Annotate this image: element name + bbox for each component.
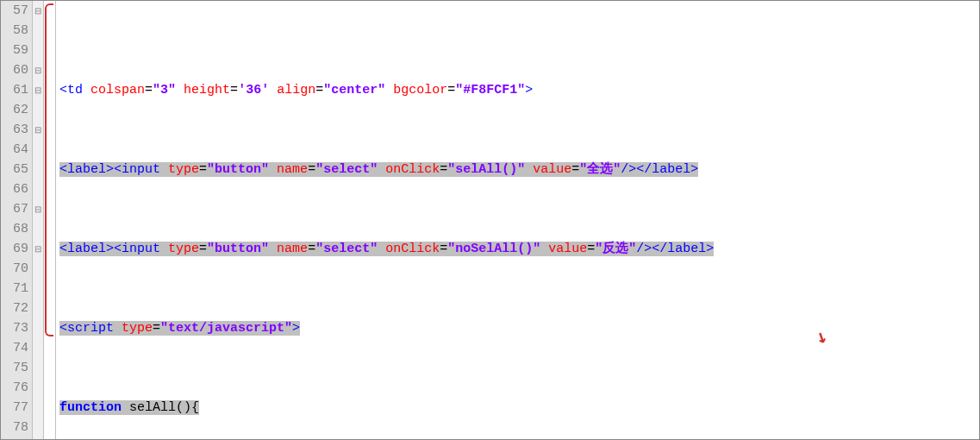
line-number: 60 [1,60,28,80]
tag-token: <input [114,162,160,177]
tag-token: <td [59,83,83,97]
code-line[interactable]: function selAll(){ [59,398,979,418]
line-number: 76 [1,378,28,398]
fold-guide [33,318,43,338]
attr-token: name [277,242,308,256]
code-line[interactable]: <script type="text/javascript"> [59,318,979,338]
string-token: "select" [315,242,378,256]
attr-token: value [533,162,571,177]
fold-guide [33,259,43,279]
tag-token: </label> [636,162,698,177]
tag-token: <input [114,242,160,256]
fold-guide [33,179,43,199]
line-number: 71 [1,279,28,299]
attr-token: bgcolor [393,83,447,97]
string-token: "text/javascript" [160,321,292,336]
line-number: 77 [1,398,28,418]
line-number: 70 [1,259,28,279]
line-number: 74 [1,338,28,358]
attr-token: onClick [385,242,440,256]
line-number: 62 [1,100,28,120]
attr-token: type [122,321,153,336]
code-line[interactable]: <label><input type="button" name="select… [59,160,979,179]
tag-token: <label> [59,162,114,177]
line-number: 57 [1,1,28,21]
line-number: 73 [1,318,28,338]
string-token: '36' [238,83,269,97]
string-token: "button" [207,162,269,177]
code-editor[interactable]: 57 58 59 60 61 62 63 64 65 66 67 68 69 7… [0,0,980,440]
fold-guide [33,299,43,318]
attr-token: colspan [91,83,145,97]
fold-guide [33,338,43,358]
code-area[interactable]: <td colspan="3" height='36' align="cente… [56,1,979,439]
attr-token: name [277,162,308,177]
line-number: 63 [1,120,28,140]
fold-guide [33,41,43,60]
brace-annotation-icon [45,3,53,336]
line-number: 58 [1,21,28,41]
tag-token: /> [621,162,636,177]
fold-guide [33,358,43,378]
fold-guide [33,418,43,437]
attr-token: height [184,83,230,97]
fold-toggle[interactable]: ⊟ [33,120,43,140]
fold-guide [33,100,43,120]
tag-token: > [525,83,533,97]
fold-toggle[interactable]: ⊟ [33,199,43,219]
fold-guide [33,378,43,398]
line-number-gutter: 57 58 59 60 61 62 63 64 65 66 67 68 69 7… [1,1,32,439]
line-number: 59 [1,41,28,60]
fold-toggle[interactable]: ⊟ [33,60,43,80]
fold-guide [33,160,43,179]
fold-guide [33,140,43,160]
fold-column[interactable]: ⊟ ⊟ ⊟ ⊟ ⊟ ⊟ [32,1,44,439]
fold-guide [33,279,43,299]
tag-token: <label> [59,242,114,256]
line-number: 78 [1,418,28,437]
fold-guide [33,21,43,41]
string-token: "反选" [595,242,636,256]
string-token: "selAll()" [447,162,525,177]
fold-guide [33,219,43,239]
string-token: "noSelAll()" [447,242,540,256]
fold-toggle[interactable]: ⊟ [33,80,43,100]
tag-token: <script [59,321,114,336]
tag-token: /> [636,242,652,256]
line-number: 61 [1,80,28,100]
tag-token: > [292,321,300,336]
line-number: 66 [1,179,28,199]
tag-token: </label> [652,242,714,256]
fold-toggle[interactable]: ⊟ [33,1,43,21]
line-number: 65 [1,160,28,179]
attr-token: align [277,83,315,97]
string-token: "select" [315,162,378,177]
current-line-highlight [56,21,979,41]
string-token: "center" [323,83,385,97]
attr-token: type [168,242,199,256]
string-token: "3" [153,83,176,97]
line-number: 64 [1,140,28,160]
code-line[interactable]: <td colspan="3" height='36' align="cente… [59,80,979,100]
annotation-margin [44,1,56,439]
code-line[interactable]: <label><input type="button" name="select… [59,239,979,259]
fold-guide [33,398,43,418]
line-number: 75 [1,358,28,378]
string-token: "button" [207,242,269,256]
line-number: 72 [1,299,28,318]
line-number: 67 [1,199,28,219]
attr-token: type [168,162,199,177]
attr-token: onClick [385,162,440,177]
string-token: "全选" [579,162,621,177]
line-number: 69 [1,239,28,259]
line-number: 68 [1,219,28,239]
string-token: "#F8FCF1" [455,83,525,97]
fold-toggle[interactable]: ⊟ [33,239,43,259]
attr-token: value [548,242,587,256]
